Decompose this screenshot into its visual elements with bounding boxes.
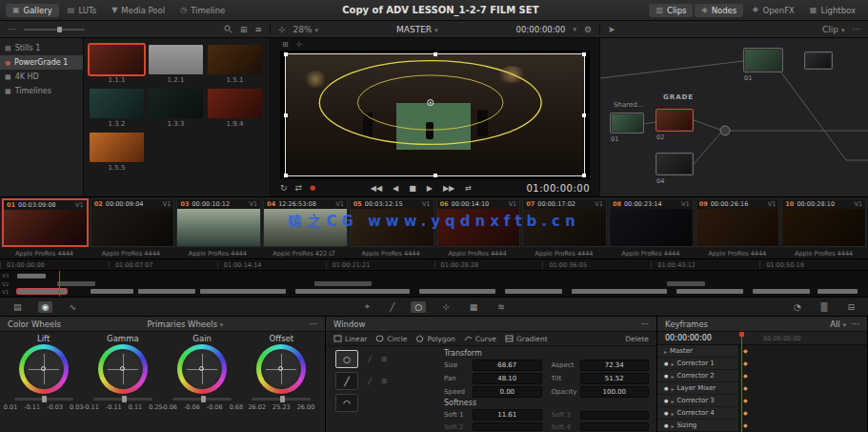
wheels-menu-button[interactable]: ··· (310, 319, 317, 329)
keyframe-row-sizing[interactable]: ●▸Sizing ◆ (657, 420, 867, 432)
keyframe-diamond-icon[interactable]: ◆ (743, 372, 748, 379)
aspect-field[interactable]: Aspect72.34 (552, 360, 650, 371)
nodes-toggle-button[interactable]: ◈ Nodes (695, 4, 743, 17)
circle-window-button[interactable]: Circle (375, 335, 407, 343)
enable-dot-icon[interactable]: ● (664, 385, 668, 391)
keyframe-row-corrector3[interactable]: ●▸Corrector 3 ◆ (657, 395, 867, 407)
size-field[interactable]: Size68.67 (444, 360, 542, 371)
timeline-clip[interactable]: 0412:26:53:08V1 (263, 198, 348, 247)
soft1-field[interactable]: Soft 111.61 (444, 409, 542, 421)
timeline-clip[interactable]: 0200:00:09:04V1 (91, 198, 175, 247)
viewer-stage[interactable] (280, 51, 590, 179)
soft3-field[interactable]: Soft 3 (552, 409, 650, 421)
gallery-still[interactable]: 1.5.5 (90, 133, 144, 172)
keyframe-row-corrector4[interactable]: ●▸Corrector 4 ◆ (657, 407, 867, 420)
window-menu-button[interactable]: ··· (641, 319, 649, 329)
grid-overlay-icon[interactable]: ⊞ (282, 40, 289, 49)
window-tool-icon[interactable]: ○ (411, 301, 426, 313)
lift-color-wheel[interactable] (19, 344, 69, 394)
expand-icon[interactable]: ▸ (671, 385, 674, 392)
keyframe-track[interactable]: ◆ (738, 358, 867, 369)
keyframes-menu-button[interactable]: ··· (852, 319, 859, 329)
soft4-field[interactable]: Soft 4 (552, 422, 650, 431)
openfx-toggle-button[interactable]: ❖ OpenFX (745, 4, 801, 17)
enable-dot-icon[interactable]: ● (664, 398, 668, 403)
grab-still-icon[interactable]: ● (310, 184, 315, 192)
timeline-clip[interactable]: 0800:00:23:14V1 (609, 198, 694, 247)
keyframe-row-corrector2[interactable]: ●▸Corrector 2 ◆ (657, 370, 867, 382)
pan-tool-icon[interactable]: ⊹ (278, 25, 286, 34)
timeline-toggle-button[interactable]: ◷ Timeline (173, 4, 232, 17)
luts-toggle-button[interactable]: ▤ LUTs (61, 4, 103, 17)
sidebar-item-powergrade[interactable]: ● PowerGrade 1 (0, 55, 83, 70)
linear-window-button[interactable]: Linear (333, 335, 367, 343)
expand-icon[interactable]: ▸ (671, 410, 674, 417)
qualifier-tool-icon[interactable]: ⌖ (361, 300, 373, 313)
gallery-toggle-button[interactable]: ▣ Gallery (6, 4, 59, 17)
gallery-still[interactable]: 1.5.1 (208, 45, 262, 84)
thumbnail-size-slider[interactable] (24, 29, 85, 31)
timeline-clip[interactable]: 1000:00:28:10V1 (781, 198, 866, 247)
play-button[interactable]: ▶ (427, 184, 433, 193)
enable-dot-icon[interactable]: ● (664, 360, 668, 366)
lightbox-toggle-button[interactable]: ▦ Lightbox (803, 4, 862, 17)
gamma-master-slider[interactable] (93, 398, 152, 401)
wheels-mode-dropdown[interactable]: Primaries Wheels ▾ (148, 319, 224, 329)
chevron-down-icon[interactable]: ▾ (573, 26, 576, 33)
keyframe-row-master[interactable]: ▸Master ◆ (657, 345, 867, 358)
node-source[interactable] (743, 48, 783, 72)
active-circle-window-slot[interactable]: ○ (335, 350, 358, 368)
timeline-ruler[interactable]: 01:00:00:00 01:00:07:07 01:00:14:14 01:0… (0, 258, 868, 270)
gain-color-wheel[interactable] (177, 344, 227, 394)
speed-field[interactable]: Speed0.00 (444, 386, 542, 398)
keyframe-diamond-icon[interactable]: ◆ (743, 422, 748, 428)
expand-icon[interactable]: ▸ (664, 348, 667, 355)
gradient-window-button[interactable]: Gradient (505, 335, 548, 343)
curve-window-button[interactable]: Curve (464, 335, 496, 343)
clips-toggle-button[interactable]: ▥ Clips (649, 4, 693, 17)
keyframe-playhead[interactable] (741, 332, 742, 432)
mini-timeline[interactable]: V3 V2 V1 (0, 270, 868, 297)
opacity-field[interactable]: Opacity100.00 (552, 386, 650, 398)
keyframe-diamond-icon[interactable]: ◆ (743, 384, 748, 391)
polygon-window-button[interactable]: Polygon (415, 335, 454, 343)
timeline-selector-dropdown[interactable]: MASTER ▾ (396, 25, 437, 34)
blur-tool-icon[interactable]: ▦ (466, 301, 482, 313)
node-01[interactable] (610, 113, 644, 134)
pan-field[interactable]: Pan48.10 (444, 373, 542, 384)
clip-node-dropdown[interactable]: Clip ▾ (822, 25, 844, 34)
invert-mask-icon[interactable]: ⊞ (381, 356, 387, 363)
node-output[interactable] (804, 51, 833, 70)
keyframe-track[interactable]: ◆ (738, 407, 867, 419)
curve-window-slot[interactable]: ◠ (335, 394, 358, 412)
gear-icon[interactable]: ⚙ (584, 25, 592, 34)
sidebar-item-stills[interactable]: ▤ Stills 1 (0, 41, 83, 55)
curves-tool-icon[interactable]: ∿ (65, 301, 80, 313)
offset-color-wheel[interactable] (256, 344, 306, 394)
pen-window-slot[interactable]: ╱ (335, 372, 358, 390)
keyframe-track[interactable]: ◆ (738, 395, 867, 406)
search-icon[interactable] (224, 25, 232, 33)
timeline-clip[interactable]: 0900:00:26:16V1 (696, 198, 780, 247)
scopes-icon[interactable]: ◔ (790, 301, 805, 313)
timeline-clip[interactable]: 0600:00:14:10V1 (436, 198, 521, 247)
enable-dot-icon[interactable]: ● (664, 410, 668, 416)
gain-master-slider[interactable] (172, 398, 232, 401)
unmix-icon[interactable]: ⇄ (295, 183, 303, 193)
gallery-menu-button[interactable]: ··· (8, 25, 16, 34)
last-frame-button[interactable]: ▶▶ (443, 184, 454, 193)
timeline-clip[interactable]: 0100:03:09:08V1 (2, 198, 89, 247)
enable-dot-icon[interactable]: ● (664, 422, 668, 428)
nodes-menu-button[interactable]: ··· (852, 25, 860, 34)
color-wheels-tool-icon[interactable]: ◉ (38, 301, 53, 313)
soft2-field[interactable]: Soft 2 (444, 422, 542, 431)
keyframe-track[interactable]: ◆ (738, 382, 867, 394)
key-tool-icon[interactable]: ≋ (494, 301, 509, 313)
expand-icon[interactable]: ▸ (671, 360, 674, 367)
invert-mask-icon[interactable]: ⊞ (381, 378, 387, 385)
keyframe-track[interactable]: ◆ (738, 345, 867, 357)
tracker-tool-icon[interactable]: ⊹ (438, 301, 454, 313)
enable-dot-icon[interactable]: ● (664, 373, 668, 379)
timeline-playhead[interactable] (59, 271, 60, 297)
lift-master-slider[interactable] (14, 398, 73, 401)
